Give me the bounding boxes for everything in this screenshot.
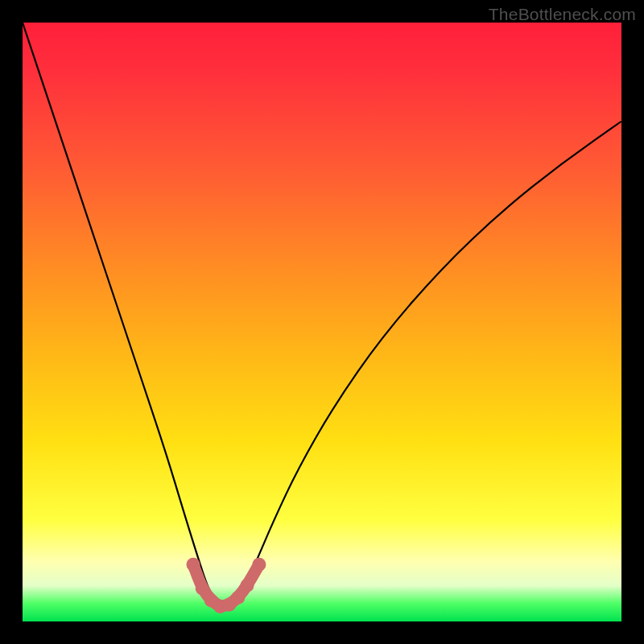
chart-frame: TheBottleneck.com — [0, 0, 644, 644]
trough-dot — [241, 579, 254, 592]
trough-dot — [187, 558, 200, 572]
trough-dot — [231, 591, 245, 605]
plot-area — [23, 23, 621, 621]
curve-layer — [23, 23, 621, 621]
bottleneck-curve — [23, 23, 621, 605]
trough-highlight-dots — [187, 558, 266, 613]
trough-dot — [252, 558, 266, 572]
watermark-text: TheBottleneck.com — [489, 5, 636, 24]
trough-dot — [196, 582, 209, 596]
